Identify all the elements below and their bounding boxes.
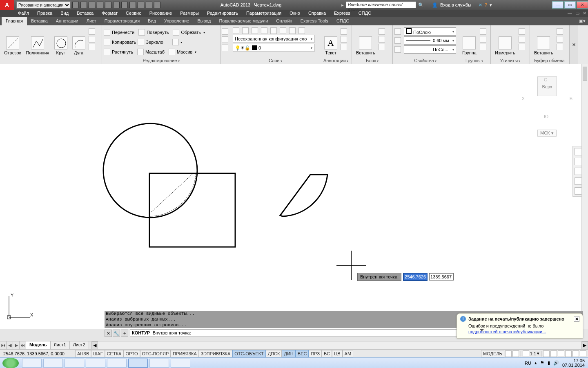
- move-label[interactable]: Перенести: [112, 30, 134, 35]
- viewcube-west[interactable]: З: [522, 96, 525, 101]
- status-hw-accel-icon[interactable]: [565, 350, 572, 357]
- menu-modify[interactable]: Редактировать: [203, 10, 242, 17]
- layout-tab-1[interactable]: Лист1: [51, 341, 70, 349]
- taskbar-skype-icon[interactable]: [65, 359, 84, 368]
- canvas-hscroll[interactable]: ◀▶: [91, 341, 588, 349]
- status-toggle-ам[interactable]: АМ: [343, 350, 354, 357]
- status-toolbar-lock-icon[interactable]: [558, 350, 564, 357]
- insert-block-button[interactable]: Вставить: [354, 27, 378, 57]
- erase-icon[interactable]: [222, 28, 228, 35]
- tab-home[interactable]: Главная: [2, 17, 27, 25]
- drawing-canvas[interactable]: Внутренняя точка: С З В Верх Ю МСК ▾ Y X: [0, 64, 588, 329]
- mirror-label[interactable]: Зеркало: [146, 40, 163, 45]
- scale-label[interactable]: Масштаб: [145, 49, 165, 54]
- minimize-button[interactable]: —: [552, 1, 564, 9]
- app-logo[interactable]: A: [0, 0, 14, 10]
- linetype-list-icon[interactable]: [394, 46, 401, 53]
- tab-online[interactable]: Онлайн: [272, 17, 296, 25]
- cut-icon[interactable]: [557, 28, 563, 35]
- qat-redo-icon[interactable]: [121, 2, 128, 8]
- tab-output[interactable]: Вывод: [193, 17, 215, 25]
- scale-icon[interactable]: [137, 49, 144, 55]
- tab-layout[interactable]: Лист: [82, 17, 100, 25]
- ribbon-close-icon[interactable]: ✕: [569, 25, 578, 64]
- text-button[interactable]: A Текст: [322, 27, 340, 57]
- layer-current-combo[interactable]: 💡 ☀ 🔓 0: [233, 44, 314, 52]
- hatch-icon[interactable]: [89, 44, 95, 50]
- maximize-button[interactable]: ▭: [564, 1, 576, 9]
- close-button[interactable]: ✕: [577, 1, 588, 9]
- nav-fullnav-icon[interactable]: [575, 148, 582, 155]
- canvas-vscroll[interactable]: [581, 64, 588, 329]
- panel-groups-title[interactable]: Группы: [460, 57, 489, 64]
- qat-new-icon[interactable]: [72, 2, 79, 8]
- viewcube-face[interactable]: Верх: [537, 76, 557, 96]
- stretch-icon[interactable]: [104, 49, 110, 55]
- menu-help[interactable]: Справка: [304, 10, 330, 17]
- circle-button[interactable]: Круг: [52, 27, 70, 57]
- status-toggle-привязка[interactable]: ПРИВЯЗКА: [171, 350, 198, 357]
- viewcube[interactable]: С З В Верх Ю МСК ▾: [519, 68, 576, 138]
- layer-prev-icon[interactable]: [298, 27, 305, 34]
- nav-orbit-icon[interactable]: [575, 177, 582, 185]
- status-toggle-дин[interactable]: ДИН: [282, 350, 295, 357]
- status-layout-icon[interactable]: [512, 350, 519, 357]
- doc-close-icon[interactable]: ✕: [581, 10, 588, 17]
- help-dropdown-icon[interactable]: ▾: [490, 2, 492, 8]
- status-toggle-орто[interactable]: ОРТО: [123, 350, 140, 357]
- qat-publish-icon[interactable]: [146, 2, 152, 8]
- quick-select-icon[interactable]: [519, 36, 525, 43]
- matchprops-icon[interactable]: [557, 44, 563, 50]
- status-annoscale-icon[interactable]: [523, 350, 529, 357]
- status-toggle-сетка[interactable]: СЕТКА: [105, 350, 124, 357]
- menu-draw[interactable]: Рисование: [145, 10, 176, 17]
- workspace-dropdown[interactable]: Рисование и аннотации: [16, 1, 71, 9]
- lineweight-combo[interactable]: 0.60 мм: [404, 36, 456, 45]
- qat-saveas-icon[interactable]: [97, 2, 103, 8]
- nav-showmotion-icon[interactable]: [575, 187, 582, 195]
- qat-undo-icon[interactable]: [113, 2, 120, 8]
- layer-props-icon[interactable]: [233, 27, 239, 34]
- leader-icon[interactable]: [341, 36, 347, 43]
- layer-make-current-icon[interactable]: [280, 27, 286, 34]
- taskbar-word-icon[interactable]: [86, 359, 105, 368]
- menu-view[interactable]: Вид: [56, 10, 73, 17]
- rotate-icon[interactable]: [138, 29, 145, 36]
- dyninput-x[interactable]: [403, 273, 428, 281]
- trim-icon[interactable]: [173, 29, 179, 36]
- taskbar-ie-icon[interactable]: [149, 359, 169, 368]
- signin-icon[interactable]: 👤: [432, 2, 438, 8]
- menu-insert[interactable]: Вставка: [73, 10, 98, 17]
- panel-annot-title[interactable]: Аннотации: [322, 57, 350, 64]
- tray-clock[interactable]: 17:05 07.01.2014: [562, 359, 585, 368]
- doc-minimize-icon[interactable]: —: [566, 10, 574, 17]
- viewcube-east[interactable]: В: [570, 96, 572, 101]
- doc-restore-icon[interactable]: ▭: [574, 10, 581, 17]
- arc-button[interactable]: Дуга: [70, 27, 88, 57]
- explode-icon[interactable]: [222, 36, 228, 43]
- cmd-options-icon[interactable]: 🔧: [113, 330, 120, 337]
- taskbar-utorrent-icon[interactable]: [107, 359, 127, 368]
- copy-icon[interactable]: [104, 39, 110, 45]
- menu-file[interactable]: Файл: [14, 10, 33, 17]
- table-icon[interactable]: [341, 44, 347, 50]
- trim-dropdown-icon[interactable]: ▾: [203, 31, 205, 34]
- rectangle-icon[interactable]: [89, 28, 95, 35]
- ribbon-collapse-icon[interactable]: ▣▾: [577, 17, 588, 25]
- status-ws-icon[interactable]: [550, 350, 557, 357]
- group-button[interactable]: Группа: [460, 27, 479, 57]
- cmd-prompt-icon[interactable]: ⌖: [121, 330, 128, 337]
- status-toggle-3dпривязка[interactable]: 3DПРИВЯЗКА: [199, 350, 233, 357]
- status-toggle-шаг[interactable]: ШАГ: [91, 350, 105, 357]
- paste-button[interactable]: Вставить: [532, 27, 556, 57]
- status-space[interactable]: МОДЕЛЬ: [481, 350, 504, 357]
- layer-states-icon[interactable]: [242, 27, 249, 34]
- status-coords[interactable]: 2546.7626, 1339.5667, 0.0000: [2, 351, 75, 356]
- status-scale[interactable]: 1:1: [530, 351, 536, 356]
- taskbar-opera-icon[interactable]: [171, 359, 190, 368]
- menu-express[interactable]: Express: [330, 10, 354, 17]
- layer-match-icon[interactable]: [289, 27, 296, 34]
- menu-format[interactable]: Формат: [98, 10, 122, 17]
- tab-parametric[interactable]: Параметризация: [100, 17, 144, 25]
- calc-icon[interactable]: [519, 44, 525, 50]
